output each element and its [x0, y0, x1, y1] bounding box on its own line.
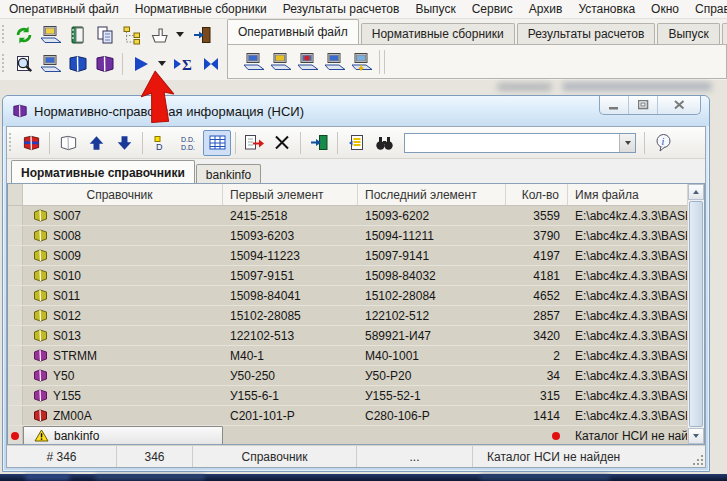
select-mode-dropdown[interactable] [176, 32, 184, 37]
reference-name-cell[interactable]: STRMM [23, 346, 223, 365]
close-button[interactable] [658, 96, 700, 114]
reference-name-cell[interactable]: S010 [23, 266, 223, 285]
menu-item-5[interactable]: Сервис [464, 0, 521, 19]
table-row[interactable]: Y50У50-250У50-Р2034E:\abc4kz.4.3.3\BASE\… [8, 366, 687, 386]
workstation-button-1[interactable] [240, 49, 267, 75]
reference-name-cell[interactable]: S008 [23, 226, 223, 245]
menu-item-3[interactable]: Результаты расчетов [275, 0, 408, 19]
vertical-scrollbar[interactable] [687, 184, 704, 444]
minimize-button[interactable] [600, 96, 629, 114]
reference-name-cell[interactable]: S007 [23, 206, 223, 225]
info-icon: i [654, 133, 673, 152]
nsi-button[interactable] [91, 51, 118, 77]
sort-multi-button[interactable]: D.D. D.D. [175, 130, 203, 156]
reference-name-cell[interactable]: Y155 [23, 386, 223, 405]
menu-item-6[interactable]: Архив [521, 0, 571, 19]
report-button[interactable] [342, 130, 370, 156]
table-row[interactable]: bankinfoКаталог НСИ не найден [8, 426, 687, 444]
ribbon-tab-3[interactable]: Результаты расчетов [517, 23, 656, 44]
table-row[interactable]: ZM00AС201-101-РС280-106-Р1414E:\abc4kz.4… [8, 406, 687, 426]
window-toolbar: D D.D. D.D. [7, 127, 705, 159]
column-header[interactable]: Последний элемент [358, 184, 506, 205]
menu-item-9[interactable]: Справка [687, 0, 727, 19]
reference-name: S011 [53, 289, 80, 303]
tab-normative-references[interactable]: Нормативные справочники [11, 160, 195, 183]
reference-name-cell[interactable]: S013 [23, 326, 223, 345]
menu-item-1[interactable]: Оперативный файл [1, 0, 127, 19]
delete-button[interactable] [268, 130, 296, 156]
reference-name-cell[interactable]: S009 [23, 246, 223, 265]
close-window-button[interactable] [305, 130, 333, 156]
count-cell: 34 [506, 366, 568, 385]
resize-grip[interactable] [693, 455, 703, 465]
exit-button[interactable] [188, 22, 215, 48]
ribbon-tab-1[interactable]: Оперативный файл [227, 19, 359, 44]
red-book-icon [33, 409, 48, 422]
run-dropdown[interactable] [158, 61, 166, 66]
tree-structure-button[interactable] [118, 22, 145, 48]
clear-button[interactable] [54, 130, 82, 156]
table-row[interactable]: Y155У155-6-1У155-52-1315E:\abc4kz.4.3.3\… [8, 386, 687, 406]
scroll-up-button[interactable] [688, 184, 704, 200]
table-row[interactable]: S013122102-513589921-И473420E:\abc4kz.4.… [8, 326, 687, 346]
find-button[interactable] [370, 130, 398, 156]
maximize-button[interactable] [629, 96, 658, 114]
reference-name-cell[interactable]: S011 [23, 286, 223, 305]
workstation-button-3[interactable] [294, 49, 321, 75]
operative-file-button[interactable] [37, 51, 64, 77]
reference-name: Y50 [53, 369, 74, 383]
move-up-button[interactable] [82, 130, 110, 156]
reference-name-cell[interactable]: S012 [23, 306, 223, 325]
window-titlebar[interactable]: Нормативно-справочная информация (НСИ) [3, 96, 709, 126]
reference-name-cell[interactable]: bankinfo [23, 426, 223, 444]
nsi-catalog-button[interactable] [17, 130, 45, 156]
open-operative-file-button[interactable] [37, 22, 64, 48]
export-button[interactable] [240, 130, 268, 156]
toolbar-grip[interactable] [2, 54, 7, 74]
scrollbar-thumb[interactable] [689, 201, 703, 427]
table-row[interactable]: S01015097-915115098-840324181E:\abc4kz.4… [8, 266, 687, 286]
table-row[interactable]: S0072415-251815093-62023559E:\abc4kz.4.3… [8, 206, 687, 226]
table-row[interactable]: S01215102-28085122102-5122857E:\abc4kz.4… [8, 306, 687, 326]
ribbon-tab-4[interactable]: Выпуск [657, 23, 719, 44]
workstation-button-4[interactable] [321, 49, 348, 75]
cancel-calculation-button[interactable] [197, 51, 224, 77]
normative-books-button[interactable] [64, 51, 91, 77]
combobox-dropdown-button[interactable] [619, 134, 635, 152]
sort-single-button[interactable]: D [147, 130, 175, 156]
menu-item-8[interactable]: Окно [643, 0, 687, 19]
column-header[interactable]: Имя файла [568, 184, 687, 205]
toolbar-separator [122, 53, 123, 75]
status-ellipsis: ... [357, 446, 473, 467]
scroll-down-button[interactable] [688, 428, 704, 444]
table-row[interactable]: S00915094-1122315097-91414197E:\abc4kz.4… [8, 246, 687, 266]
menu-item-2[interactable]: Нормативные сборники [127, 0, 275, 19]
column-header[interactable]: Справочник [23, 184, 223, 205]
info-button[interactable]: i [649, 130, 677, 156]
workstation-button-2[interactable] [267, 49, 294, 75]
menu-item-4[interactable]: Выпуск [407, 0, 463, 19]
column-header[interactable]: Первый элемент [223, 184, 358, 205]
toolbar-grip[interactable] [2, 25, 7, 45]
table-row[interactable]: S00815093-620315094-112113790E:\abc4kz.4… [8, 226, 687, 246]
preview-button[interactable] [10, 51, 37, 77]
grid-view-button[interactable] [203, 130, 231, 156]
workstation-button-5[interactable] [348, 49, 375, 75]
refresh-button[interactable] [10, 22, 37, 48]
search-input[interactable] [405, 135, 619, 151]
ribbon-tab-5[interactable]: Сервис [722, 23, 727, 44]
tab-bankinfo[interactable]: bankinfo [196, 164, 261, 183]
open-reference-button[interactable] [64, 22, 91, 48]
ribbon-tab-2[interactable]: Нормативные сборники [361, 23, 515, 44]
table-row[interactable]: STRMMМ40-1М40-10012E:\abc4kz.4.3.3\BASE\… [8, 346, 687, 366]
toolbar-grip[interactable] [9, 133, 14, 153]
reference-name-cell[interactable]: Y50 [23, 366, 223, 385]
reference-name-cell[interactable]: ZM00A [23, 406, 223, 425]
last-element-cell: С280-106-Р [358, 406, 506, 425]
copy-button[interactable] [91, 22, 118, 48]
table-row[interactable]: S01115098-8404115102-280844652E:\abc4kz.… [8, 286, 687, 306]
menu-item-7[interactable]: Установка [570, 0, 643, 19]
move-down-button[interactable] [110, 130, 138, 156]
column-header[interactable]: Кол-во [506, 184, 568, 205]
select-mode-button[interactable] [145, 22, 172, 48]
